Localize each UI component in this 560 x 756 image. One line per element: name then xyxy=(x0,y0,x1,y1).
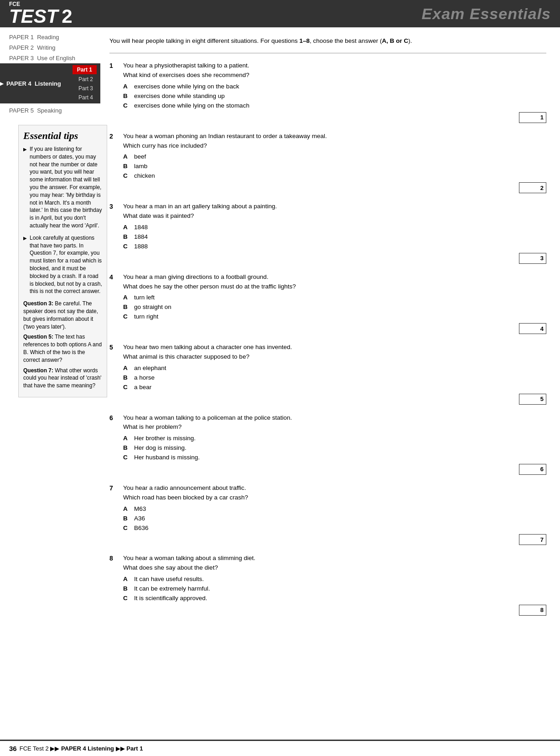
sidebar-item-paper2[interactable]: PAPER 2 Writing xyxy=(9,42,100,53)
answer-option-6-c[interactable]: CHer husband is missing. xyxy=(123,453,546,462)
answer-option-5-b[interactable]: Ba horse xyxy=(123,374,546,382)
answer-option-6-b[interactable]: BHer dog is missing. xyxy=(123,444,546,453)
tips-question7: Question 7: What other words could you h… xyxy=(23,367,102,390)
answer-box-4[interactable]: 4 xyxy=(519,323,546,334)
option-text: A36 xyxy=(134,514,145,523)
answer-option-8-c[interactable]: CIt is scientifically approved. xyxy=(123,594,546,603)
question-body-3: You hear a man in an art gallery talking… xyxy=(123,202,546,263)
question-number-6: 6 xyxy=(109,414,119,475)
test-label: TEST xyxy=(9,7,58,26)
answer-option-6-a[interactable]: AHer brother is missing. xyxy=(123,434,546,443)
tips-bullet-1: ▶ If you are listening for numbers or da… xyxy=(23,145,102,230)
answer-option-3-b[interactable]: B1884 xyxy=(123,233,546,242)
essential-tips-box: Essential tips ▶ If you are listening fo… xyxy=(18,125,107,397)
answer-option-2-b[interactable]: Blamb xyxy=(123,162,546,171)
option-text: lamb xyxy=(134,162,147,171)
answer-option-3-c[interactable]: C1888 xyxy=(123,242,546,251)
answer-box-8[interactable]: 8 xyxy=(519,605,546,616)
question-number-5: 5 xyxy=(109,344,119,404)
part1-badge[interactable]: Part 1 xyxy=(73,65,97,74)
question-body-7: You hear a radio announcement about traf… xyxy=(123,484,546,545)
option-text: 1888 xyxy=(134,242,148,251)
answer-option-4-a[interactable]: Aturn left xyxy=(123,293,546,302)
answer-box-2[interactable]: 2 xyxy=(519,182,546,193)
answer-option-5-a[interactable]: Aan elephant xyxy=(123,364,546,373)
question-prompt-2: You hear a woman phoning an Indian resta… xyxy=(123,132,546,141)
answer-box-7[interactable]: 7 xyxy=(519,534,546,545)
answer-option-1-a[interactable]: Aexercises done while lying on the back xyxy=(123,82,546,91)
question-number-8: 8 xyxy=(109,555,119,615)
question-sub-3: What date was it painted? xyxy=(123,212,546,221)
answer-option-7-b[interactable]: BA36 xyxy=(123,514,546,523)
question-1: 1You hear a physiotherapist talking to a… xyxy=(109,62,546,123)
option-text: exercises done while lying on the back xyxy=(134,82,239,91)
sidebar-item-paper1[interactable]: PAPER 1 Reading xyxy=(9,32,100,42)
sidebar-paper1-label: PAPER 1 Reading xyxy=(9,34,59,41)
option-text: It is scientifically approved. xyxy=(134,594,207,603)
answer-box-6[interactable]: 6 xyxy=(519,464,546,475)
answer-option-2-c[interactable]: Cchicken xyxy=(123,172,546,180)
answer-box-container-5: 5 xyxy=(123,394,546,405)
question-body-8: You hear a woman talking about a slimmin… xyxy=(123,554,546,615)
answer-option-7-c[interactable]: CB636 xyxy=(123,524,546,533)
part2-item[interactable]: Part 2 xyxy=(75,75,97,83)
answer-option-8-a[interactable]: AIt can have useful results. xyxy=(123,575,546,584)
option-letter: B xyxy=(123,444,130,453)
option-letter: C xyxy=(123,453,130,462)
option-letter: B xyxy=(123,233,130,242)
answer-option-1-b[interactable]: Bexercises done while standing up xyxy=(123,92,546,101)
tips-q7-label: Question 7: xyxy=(23,367,53,374)
question-prompt-3: You hear a man in an art gallery talking… xyxy=(123,202,546,211)
answer-option-1-c[interactable]: Cexercises done while lying on the stoma… xyxy=(123,102,546,110)
sidebar-paper5-label: PAPER 5 Speaking xyxy=(9,107,62,114)
option-text: a bear xyxy=(134,383,151,392)
answer-option-8-b[interactable]: BIt can be extremely harmful. xyxy=(123,585,546,593)
sidebar-paper3-label: PAPER 3 Use of English xyxy=(9,55,75,62)
question-prompt-7: You hear a radio announcement about traf… xyxy=(123,484,546,493)
question-number-3: 3 xyxy=(109,203,119,263)
question-body-4: You hear a man giving directions to a fo… xyxy=(123,273,546,334)
option-letter: C xyxy=(123,242,130,251)
tips-question3: Question 3: Be careful. The speaker does… xyxy=(23,300,102,330)
answer-option-2-a[interactable]: Abeef xyxy=(123,153,546,161)
question-prompt-1: You hear a physiotherapist talking to a … xyxy=(123,62,546,70)
option-letter: A xyxy=(123,293,130,302)
answer-box-container-4: 4 xyxy=(123,323,546,334)
option-letter: C xyxy=(123,383,130,392)
question-number-1: 1 xyxy=(109,62,119,123)
option-text: turn left xyxy=(134,293,155,302)
tips-q5-label: Question 5: xyxy=(23,334,53,340)
part3-item[interactable]: Part 3 xyxy=(75,84,97,93)
question-8: 8You hear a woman talking about a slimmi… xyxy=(109,554,546,615)
sidebar-item-paper3[interactable]: PAPER 3 Use of English xyxy=(9,53,100,63)
question-sub-8: What does she say about the diet? xyxy=(123,564,546,572)
page-footer: 36 FCE Test 2 ▶▶ PAPER 4 Listening ▶▶ Pa… xyxy=(0,740,560,756)
question-body-6: You hear a woman talking to a policeman … xyxy=(123,414,546,475)
answer-options-3: A1848B1884C1888 xyxy=(123,223,546,251)
answer-option-5-c[interactable]: Ca bear xyxy=(123,383,546,392)
footer-page-number: 36 xyxy=(9,745,17,752)
question-sub-2: Which curry has rice included? xyxy=(123,142,546,150)
sidebar-item-paper4[interactable]: ▶ PAPER 4 Listening xyxy=(0,63,69,103)
answer-option-7-a[interactable]: AM63 xyxy=(123,505,546,514)
answer-option-4-b[interactable]: Bgo straight on xyxy=(123,303,546,312)
answer-option-3-a[interactable]: A1848 xyxy=(123,223,546,232)
option-letter: A xyxy=(123,223,130,232)
question-7: 7You hear a radio announcement about tra… xyxy=(109,484,546,545)
option-letter: C xyxy=(123,313,130,321)
sidebar-item-paper5[interactable]: PAPER 5 Speaking xyxy=(9,105,100,116)
option-text: Her dog is missing. xyxy=(134,444,187,453)
question-prompt-6: You hear a woman talking to a policeman … xyxy=(123,414,546,422)
answer-options-5: Aan elephantBa horseCa bear xyxy=(123,364,546,392)
option-letter: B xyxy=(123,162,130,171)
question-sub-5: What animal is this character supposed t… xyxy=(123,353,546,361)
option-text: turn right xyxy=(134,313,158,321)
answer-box-5[interactable]: 5 xyxy=(519,394,546,405)
option-letter: B xyxy=(123,303,130,312)
answer-box-1[interactable]: 1 xyxy=(519,112,546,123)
answer-box-3[interactable]: 3 xyxy=(519,253,546,264)
part4-item[interactable]: Part 4 xyxy=(75,93,97,102)
answer-option-4-c[interactable]: Cturn right xyxy=(123,313,546,321)
answer-options-8: AIt can have useful results.BIt can be e… xyxy=(123,575,546,603)
option-letter: C xyxy=(123,594,130,603)
